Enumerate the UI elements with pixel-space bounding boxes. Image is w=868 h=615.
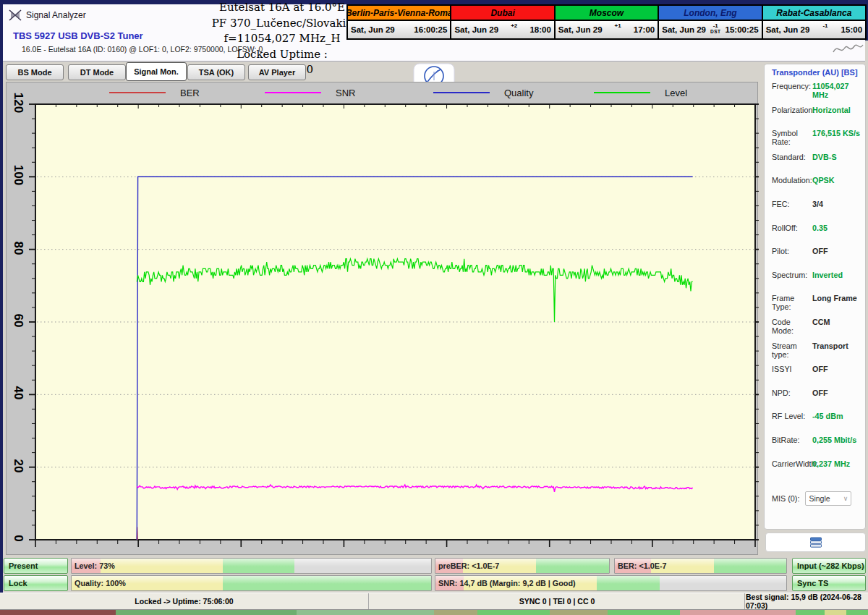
transponder-field-row: Frame Type:Long Frame — [772, 294, 865, 318]
transponder-field-row: CarrierWidth:0,237 MHz — [772, 459, 865, 483]
clock-utc-offset: +2 — [498, 21, 529, 29]
chart-plot — [7, 82, 759, 556]
transponder-field-label: Spectrum: — [772, 271, 812, 279]
clock-time: 15:00:25 — [726, 25, 759, 34]
tab-dt-mode[interactable]: DT Mode — [68, 64, 126, 80]
transponder-field-row: Polarization:Horizontal — [772, 106, 865, 130]
transponder-field-label: Standard: — [772, 153, 812, 161]
clock-time-row: Sat, Jun 2916:00:25 — [348, 21, 450, 38]
app-antenna-icon — [9, 9, 22, 22]
transponder-field-row: RF Level:-45 dBm — [772, 412, 865, 436]
transponder-field-value: OFF — [812, 247, 828, 255]
clock-time: 16:00:25 — [414, 25, 447, 34]
transponder-field-label: Code Mode: — [772, 318, 812, 335]
tab-tsa[interactable]: TSA (OK) — [187, 64, 245, 80]
transponder-field-row: RollOff:0.35 — [772, 224, 865, 247]
clock-utc-offset: -1 — [809, 21, 841, 29]
transponder-field-value: QPSK — [812, 176, 835, 184]
transponder-field-value: -45 dBm — [812, 412, 843, 420]
clock-date: Sat, Jun 29 — [454, 25, 498, 34]
transponder-field-label: Pilot: — [772, 247, 812, 255]
input-bitrate-button[interactable]: Input (~282 Kbps) — [792, 558, 866, 574]
clock-city-label: Dubai — [451, 6, 553, 21]
transponder-field-label: Modulation: — [772, 176, 812, 184]
transponder-field-value: Inverted — [812, 271, 843, 279]
transponder-field-value: Horizontal — [812, 106, 851, 114]
present-indicator-button[interactable]: Present — [4, 558, 68, 574]
transponder-panel: Transponder (AU) [BS] Frequency:11054,02… — [764, 64, 866, 530]
clock-time: 18:00 — [529, 25, 550, 34]
clock-london-eng: London, EngSat, Jun 29-1DST15:00:25 — [659, 6, 762, 38]
sync-ts-button[interactable]: Sync TS — [792, 575, 866, 591]
transponder-field-row: Stream type:Transport — [772, 342, 865, 365]
clock-date: Sat, Jun 29 — [662, 25, 706, 34]
clock-city-label: Rabat-Casablanca — [763, 6, 865, 21]
clock-time-row: Sat, Jun 29-115:00 — [763, 21, 865, 38]
tab-bs-mode[interactable]: BS Mode — [6, 64, 64, 80]
transponder-field-label: RF Level: — [772, 412, 812, 420]
window-border-left — [0, 0, 3, 611]
lock-indicator-button[interactable]: Lock — [4, 575, 68, 591]
transponder-field-label: FEC: — [772, 200, 812, 208]
caption-line-satellite: Eutelsat 16A at 16.0°E — [205, 0, 359, 16]
transponder-field-label: RollOff: — [772, 224, 812, 232]
transponder-field-label: BitRate: — [772, 436, 812, 444]
transponder-field-value: DVB-S — [812, 153, 837, 161]
bottom-sliver-segment — [608, 610, 680, 615]
transponder-field-row: Modulation:QPSK — [772, 176, 865, 200]
signal-analyzer-window: Signal Analyzer Eutelsat 16A at 16.0°E P… — [0, 0, 868, 615]
clock-city-label: Berlin-Paris-Vienna-Roma — [348, 6, 450, 21]
quality-progress-bar: Quality: 100% — [71, 575, 432, 591]
mis-dropdown[interactable]: Single ∨ — [805, 491, 851, 506]
transponder-field-value: Transport — [812, 342, 848, 350]
clock-date: Sat, Jun 29 — [766, 25, 810, 34]
clock-utc-offset: +1 — [603, 21, 634, 29]
tab-signal-mon[interactable]: Signal Mon. — [126, 62, 187, 81]
transponder-field-label: Polarization: — [772, 106, 812, 114]
transponder-field-row: BitRate:0,255 Mbit/s — [772, 436, 865, 459]
bottom-sliver-segment — [434, 610, 477, 615]
clock-time-row: Sat, Jun 29+117:00 — [556, 21, 658, 38]
clock-time-row: Sat, Jun 29+218:00 — [451, 21, 553, 38]
clock-time-row: Sat, Jun 29-1DST15:00:25 — [659, 21, 761, 38]
bottom-sliver-segment — [477, 610, 550, 615]
clock-city-label: Moscow — [556, 6, 658, 21]
transponder-field-value: 0.35 — [812, 224, 827, 232]
bottom-sliver-segment — [846, 610, 868, 615]
transponder-field-label: NPD: — [772, 389, 812, 397]
transponder-field-label: Symbol Rate: — [772, 129, 812, 146]
y-axis-label: 80 — [11, 237, 25, 259]
transponder-field-row: Spectrum:Inverted — [772, 271, 865, 294]
preber-progress-bar: preBER: <1.0E-7 — [435, 558, 610, 574]
footer-sync-counters: SYNC 0 | TEI 0 | CC 0 — [370, 593, 745, 609]
mis-row: MIS (0): Single ∨ — [772, 491, 865, 506]
clock-berlin-paris-vienna-roma: Berlin-Paris-Vienna-RomaSat, Jun 2916:00… — [348, 6, 451, 38]
ts-record-button[interactable] — [765, 533, 866, 552]
footer-uptime: Locked -> Uptime: 75:06:00 — [0, 593, 369, 609]
ber-progress-bar: BER: <1.0E-7 — [614, 558, 787, 574]
bottom-sliver-segment — [796, 610, 825, 615]
y-axis-label: 0 — [11, 527, 25, 549]
transponder-field-label: Frame Type: — [772, 294, 812, 311]
bottom-sliver-segment — [297, 610, 434, 615]
y-axis-label: 20 — [11, 455, 25, 477]
window-title: Signal Analyzer — [26, 10, 86, 20]
transponder-field-label: ISSYI — [772, 365, 812, 373]
clock-utc-offset: -1DST — [706, 21, 726, 35]
level-bar-label: Level: 73% — [75, 561, 115, 570]
mis-label: MIS (0): — [772, 494, 799, 503]
transponder-field-value: 0,255 Mbit/s — [812, 436, 856, 444]
clock-date: Sat, Jun 29 — [558, 25, 603, 34]
y-axis-label: 120 — [11, 92, 25, 114]
ber-bar-label: BER: <1.0E-7 — [618, 561, 667, 570]
bottom-sliver-segment — [116, 610, 297, 615]
clock-time: 15:00 — [841, 25, 862, 34]
snr-progress-bar: SNR: 14,7 dB (Margin: 9,2 dB | Good) — [435, 575, 787, 591]
transponder-field-row: Frequency:11054,027 MHz — [772, 82, 865, 106]
tab-av-player[interactable]: AV Player — [248, 64, 306, 80]
bottom-sliver-segment — [680, 610, 796, 615]
transponder-field-row: ISSYIOFF — [772, 365, 865, 389]
clock-utc-offset — [395, 21, 414, 23]
caption-line-location: PF 370_Lučenec/Slovakia — [205, 16, 359, 32]
transponder-field-value: OFF — [812, 389, 828, 397]
